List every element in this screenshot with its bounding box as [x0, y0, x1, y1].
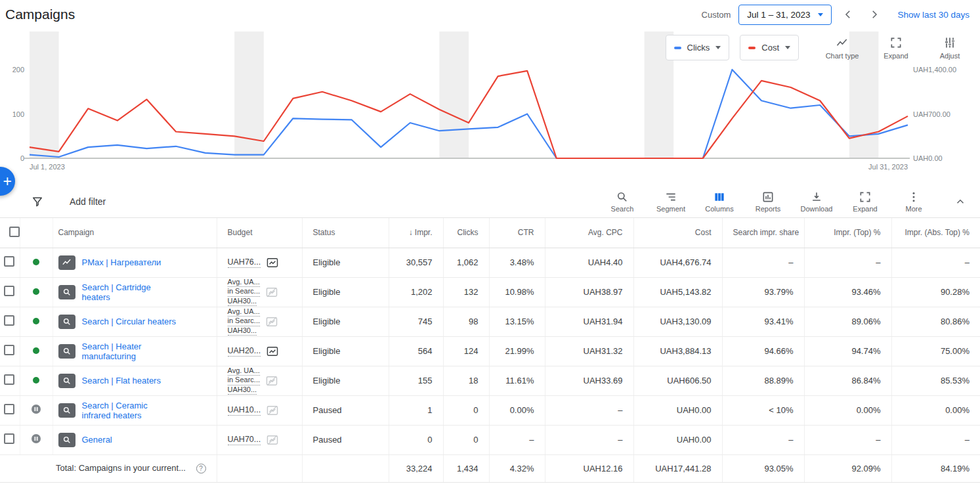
- clicks-cell: 132: [443, 277, 489, 307]
- budget-value[interactable]: in Searc...: [228, 317, 261, 326]
- column-header-clicks[interactable]: Clicks: [443, 218, 489, 248]
- column-header-budget[interactable]: Budget: [217, 218, 302, 248]
- column-header-search-impr-share[interactable]: Search impr. share: [722, 218, 804, 248]
- budget-chart-icon[interactable]: [266, 317, 278, 327]
- chart-expand-button[interactable]: Expand: [878, 36, 914, 60]
- column-header-impr-top[interactable]: Impr. (Top) %: [804, 218, 891, 248]
- collapse-chart-button[interactable]: [948, 188, 972, 215]
- budget-value[interactable]: in Searc...: [228, 287, 261, 297]
- help-icon[interactable]: ?: [196, 464, 206, 473]
- row-checkbox[interactable]: [4, 286, 14, 296]
- campaign-link[interactable]: General: [82, 435, 112, 445]
- campaign-link[interactable]: PMax | Нагреватели: [82, 257, 161, 267]
- select-all-checkbox[interactable]: [9, 227, 20, 237]
- segment-button[interactable]: Segment: [652, 188, 690, 213]
- columns-button[interactable]: Columns: [700, 188, 738, 213]
- column-header-ctr[interactable]: CTR: [489, 218, 545, 248]
- chart-type-button[interactable]: Chart type: [824, 36, 861, 60]
- budget-value[interactable]: UAH10...: [228, 405, 261, 416]
- status-enabled-icon[interactable]: [33, 259, 39, 265]
- budget-chart-icon[interactable]: [266, 435, 278, 445]
- chart-adjust-button[interactable]: Adjust: [931, 36, 968, 60]
- budget-value[interactable]: UAH30...: [228, 297, 257, 307]
- total-impr-top: 92.09%: [804, 454, 891, 482]
- page-title: Campaigns: [5, 7, 75, 22]
- left-axis-label: 200: [12, 66, 24, 74]
- search-campaign-icon: [62, 347, 72, 356]
- next-period-button[interactable]: [864, 5, 884, 24]
- impr-cell: 155: [389, 366, 443, 395]
- row-checkbox[interactable]: [4, 315, 14, 326]
- campaign-link[interactable]: Search | Flat heaters: [82, 376, 161, 385]
- table-footer: Total: Campaigns in your current... ? 33…: [0, 454, 980, 482]
- campaign-link[interactable]: Search | Circular heaters: [82, 317, 177, 326]
- budget-value[interactable]: in Searc...: [228, 376, 261, 385]
- show-last-30-days-link[interactable]: Show last 30 days: [897, 10, 969, 20]
- budget-value[interactable]: UAH20...: [228, 346, 261, 357]
- budget-value[interactable]: UAH30...: [228, 385, 257, 395]
- status-dot-cell: [20, 366, 53, 395]
- status-paused-icon[interactable]: [32, 434, 41, 443]
- search-campaign-icon: [62, 317, 72, 326]
- budget-chart-icon[interactable]: [266, 346, 278, 357]
- previous-period-button[interactable]: [838, 5, 858, 24]
- column-header-campaign[interactable]: Campaign: [53, 218, 217, 248]
- budget-chart-icon[interactable]: [266, 257, 278, 268]
- status-enabled-icon[interactable]: [33, 318, 39, 324]
- column-header-cost[interactable]: Cost: [633, 218, 722, 248]
- cost-cell: UAH3,884.13: [633, 336, 722, 366]
- row-checkbox-cell: [0, 307, 20, 336]
- total-avg-cpc: UAH12.16: [545, 454, 633, 482]
- status-enabled-icon[interactable]: [33, 377, 39, 384]
- search-button[interactable]: Search: [603, 188, 641, 213]
- search-impr-share-cell: 94.66%: [722, 336, 804, 366]
- budget-value[interactable]: Avg. UA...: [228, 366, 260, 376]
- status-paused-icon[interactable]: [32, 405, 41, 414]
- budget-chart-icon[interactable]: [266, 405, 278, 416]
- left-axis-label: 0: [20, 154, 24, 162]
- column-header-impr[interactable]: ↓Impr.: [389, 218, 443, 248]
- reports-button[interactable]: Reports: [749, 188, 787, 213]
- ctr-cell: 11.61%: [489, 366, 545, 395]
- row-checkbox[interactable]: [4, 404, 14, 414]
- campaigns-page: Campaigns Custom Jul 1 – 31, 2023 Show l…: [0, 0, 980, 484]
- plus-icon: +: [3, 174, 12, 189]
- status-enabled-icon[interactable]: [33, 288, 39, 295]
- left-axis-label: 100: [12, 110, 24, 118]
- metric-picker-cost[interactable]: Cost: [740, 35, 799, 60]
- campaign-link[interactable]: Search | Heater manufacturing: [82, 341, 177, 361]
- more-button[interactable]: More: [895, 188, 933, 213]
- expand-table-button[interactable]: Expand: [846, 188, 884, 213]
- row-checkbox[interactable]: [4, 374, 14, 385]
- campaign-link[interactable]: Search | Ceramic infrared heaters: [82, 401, 177, 420]
- budget-chart-icon[interactable]: [266, 376, 278, 386]
- budget-value[interactable]: UAH70...: [228, 435, 261, 445]
- cost-cell: UAH606.50: [633, 366, 722, 395]
- total-label: Total: Campaigns in your current...: [56, 463, 186, 473]
- budget-chart-icon[interactable]: [266, 287, 278, 297]
- row-checkbox[interactable]: [4, 256, 14, 267]
- add-filter-button[interactable]: Add filter: [0, 195, 106, 208]
- column-header-impr-abs-top[interactable]: Impr. (Abs. Top) %: [891, 218, 980, 248]
- campaign-cell: Search | Circular heaters: [53, 307, 217, 336]
- impr-abs-top-cell: –: [891, 248, 980, 277]
- chevron-down-icon: [818, 13, 823, 16]
- budget-value[interactable]: Avg. UA...: [228, 307, 260, 317]
- total-cost: UAH17,441.28: [633, 454, 722, 482]
- status-dot-cell: [20, 425, 53, 454]
- campaign-link[interactable]: Search | Cartridge heaters: [82, 282, 177, 302]
- column-header-avg-cpc[interactable]: Avg. CPC: [545, 218, 633, 248]
- row-checkbox[interactable]: [4, 345, 14, 355]
- metric-picker-clicks[interactable]: Clicks: [666, 35, 730, 60]
- budget-value[interactable]: UAH76...: [228, 257, 261, 268]
- search-campaign-icon: [62, 435, 72, 445]
- budget-value[interactable]: Avg. UA...: [228, 278, 260, 288]
- row-checkbox[interactable]: [4, 433, 14, 444]
- download-button[interactable]: Download: [798, 188, 836, 213]
- date-range-picker[interactable]: Jul 1 – 31, 2023: [738, 5, 832, 25]
- budget-value[interactable]: UAH30...: [228, 326, 257, 336]
- search-campaign-icon: [62, 288, 72, 297]
- status-enabled-icon[interactable]: [33, 347, 39, 354]
- column-header-status[interactable]: Status: [302, 218, 389, 248]
- clicks-cell: 0: [443, 425, 489, 454]
